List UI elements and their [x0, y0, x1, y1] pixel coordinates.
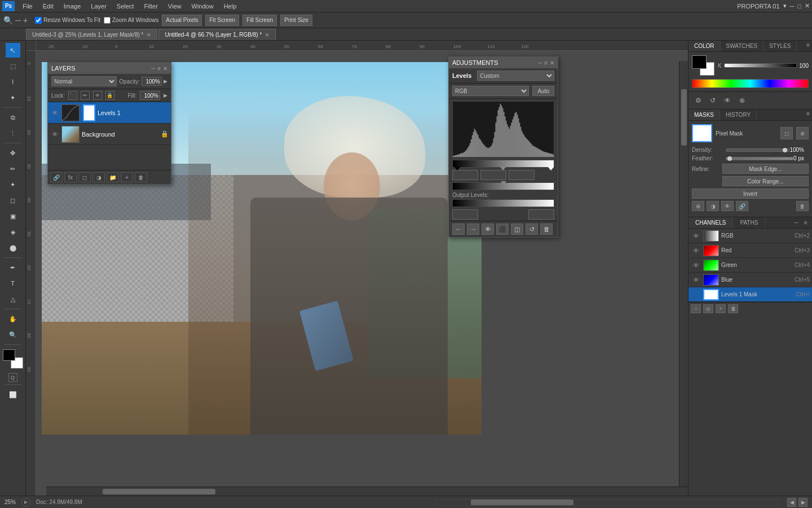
fill-input[interactable] — [140, 91, 160, 100]
channel-row-green[interactable]: 👁 Green Ctrl+4 — [689, 258, 812, 273]
zoom-in-btn[interactable]: + — [23, 16, 28, 25]
masks-tab[interactable]: MASKS — [689, 110, 720, 120]
v-scroll-thumb[interactable] — [681, 89, 687, 146]
layers-collapse-btn[interactable]: ─ — [151, 65, 155, 72]
fit-screen-button[interactable]: Fit Screen — [205, 15, 239, 26]
swatches-tab[interactable]: SWATCHES — [721, 41, 764, 51]
black-point-triangle[interactable] — [454, 167, 460, 170]
blend-mode-select[interactable]: Normal Dissolve Multiply Screen — [51, 76, 117, 86]
channel-new-btn[interactable]: + — [716, 304, 726, 313]
menu-file[interactable]: File — [18, 2, 37, 11]
channel-row-blue[interactable]: 👁 Blue Ctrl+5 — [689, 273, 812, 287]
layer-fx-btn[interactable]: fx — [64, 172, 77, 182]
panel-icon-2[interactable]: ↺ — [707, 94, 719, 107]
styles-tab[interactable]: STYLES — [764, 41, 797, 51]
layers-close-btn[interactable]: ✕ — [163, 65, 167, 72]
invert-btn[interactable]: Invert — [692, 189, 809, 199]
color-selector[interactable] — [3, 349, 23, 369]
output-white-input[interactable]: 255 — [528, 209, 554, 220]
menu-filter[interactable]: Filter — [139, 2, 162, 11]
restore-icon[interactable]: □ — [797, 3, 801, 10]
adj-back-btn[interactable]: ← — [452, 224, 465, 235]
output-levels-slider[interactable] — [452, 199, 554, 207]
color-spectrum[interactable] — [692, 79, 809, 88]
tab-2-close[interactable]: ✕ — [265, 32, 270, 38]
workspace-dropdown-icon[interactable]: ▾ — [783, 2, 787, 10]
tab-1-close[interactable]: ✕ — [147, 32, 151, 38]
menu-help[interactable]: Help — [219, 2, 241, 11]
adj-delete-btn[interactable]: 🗑 — [540, 224, 553, 235]
channel-eye-rgb[interactable]: 👁 — [691, 231, 701, 241]
white-input[interactable]: 255 — [509, 170, 535, 180]
layer-group-btn[interactable]: 📁 — [107, 172, 119, 182]
panel-icon-3[interactable]: 👁 — [721, 94, 734, 107]
layers-menu-btn[interactable]: ≡ — [157, 65, 161, 72]
adj-reset-btn[interactable]: ↺ — [526, 224, 538, 235]
channel-row-mask[interactable]: Levels 1 Mask Ctrl+\ — [689, 287, 812, 302]
history-tab[interactable]: HISTORY — [720, 110, 757, 120]
levels-input-slider[interactable] — [452, 160, 554, 168]
channel-eye-green[interactable]: 👁 — [691, 260, 701, 270]
bottom-scroll-thumb[interactable] — [471, 500, 573, 505]
zoom-out-btn[interactable]: ─ — [15, 16, 21, 25]
tool-dodge[interactable]: ⬤ — [6, 240, 20, 255]
channels-collapse-btn[interactable]: ─ — [792, 219, 800, 227]
adj-eye-btn[interactable]: 👁 — [482, 224, 494, 235]
tool-blur[interactable]: ◈ — [6, 225, 20, 239]
resize-windows-checkbox[interactable] — [35, 17, 42, 24]
color-range-btn[interactable]: Color Range... — [722, 176, 809, 186]
adj-close-btn[interactable]: ✕ — [550, 60, 554, 66]
pixel-mask-thumb[interactable] — [692, 124, 712, 142]
panel-icon-4[interactable]: ⊕ — [736, 94, 748, 107]
vertical-scrollbar[interactable] — [679, 61, 688, 487]
layer-eye-background[interactable]: 👁 — [50, 130, 59, 139]
minimize-icon[interactable]: ─ — [790, 3, 795, 10]
h-scroll-thumb[interactable] — [103, 489, 215, 494]
fg-color-box[interactable] — [692, 55, 707, 69]
channel-eye-blue[interactable]: 👁 — [691, 275, 701, 285]
bottom-scrollbar[interactable] — [436, 499, 779, 506]
status-btn-2[interactable]: ▶ — [798, 498, 807, 507]
mask-bottom-icon-1[interactable]: ⊕ — [692, 201, 704, 211]
menu-view[interactable]: View — [164, 2, 186, 11]
horizontal-scrollbar[interactable] — [46, 487, 688, 496]
layer-row-background[interactable]: 👁 Background 🔒 — [48, 124, 171, 145]
menu-layer[interactable]: Layer — [86, 2, 111, 11]
lock-position-btn[interactable]: ✛ — [93, 91, 102, 100]
k-slider-track[interactable] — [724, 63, 797, 68]
channel-load-btn[interactable]: ○ — [691, 304, 701, 313]
density-slider[interactable] — [726, 148, 789, 152]
tool-wand[interactable]: ✦ — [6, 90, 20, 105]
tool-clone[interactable]: ✦ — [6, 177, 20, 192]
fill-screen-button[interactable]: Fill Screen — [242, 15, 277, 26]
layer-delete-btn[interactable]: 🗑 — [135, 172, 147, 182]
layer-eye-levels1[interactable]: 👁 — [50, 108, 59, 117]
layer-new-btn[interactable]: + — [121, 172, 133, 182]
lock-image-btn[interactable]: ✏ — [81, 91, 90, 100]
menu-select[interactable]: Select — [112, 2, 139, 11]
channel-row-red[interactable]: 👁 Red Ctrl+3 — [689, 243, 812, 258]
mask-edge-btn[interactable]: Mask Edge... — [722, 164, 809, 174]
output-black-input[interactable]: 0 — [452, 209, 478, 220]
lock-all-btn[interactable]: 🔒 — [105, 91, 114, 100]
tool-gradient[interactable]: ▣ — [6, 209, 20, 224]
tool-lasso[interactable]: ⌇ — [6, 75, 20, 89]
print-size-button[interactable]: Print Size — [280, 15, 312, 26]
paths-tab[interactable]: PATHS — [733, 217, 765, 228]
adj-mask-btn[interactable]: ⬛ — [496, 224, 509, 235]
channel-row-rgb[interactable]: 👁 RGB Ctrl+2 — [689, 229, 812, 243]
opacity-arrow[interactable]: ▶ — [164, 78, 167, 84]
tool-brush[interactable]: ✏ — [6, 161, 20, 176]
foreground-color-swatch[interactable] — [3, 349, 15, 361]
gamma-triangle[interactable] — [500, 167, 506, 170]
levels-gamma-slider[interactable] — [452, 182, 554, 190]
mask-btn-1[interactable]: ◻ — [780, 127, 793, 139]
adj-menu-btn[interactable]: ≡ — [544, 60, 548, 66]
color-tab[interactable]: COLOR — [689, 41, 721, 51]
tool-healing[interactable]: ✤ — [6, 146, 20, 160]
channels-menu-btn[interactable]: ≡ — [802, 219, 810, 227]
fill-arrow[interactable]: ▶ — [164, 93, 167, 98]
adj-clip-btn[interactable]: ◫ — [511, 224, 523, 235]
screen-mode-btn[interactable]: ⬜ — [6, 387, 20, 402]
status-zoom-btn[interactable]: ▶ — [21, 498, 30, 507]
